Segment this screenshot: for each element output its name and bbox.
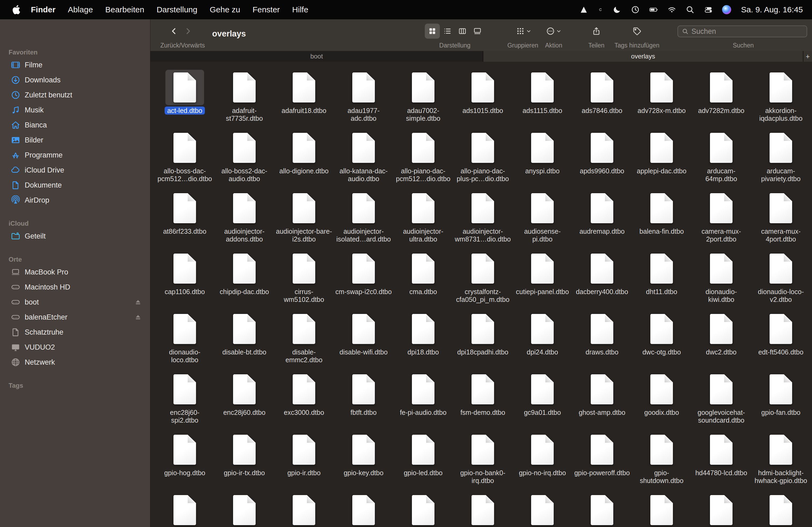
file-audioinjector-wm8731…dio.dtbo[interactable]: audioinjector-wm8731…dio.dtbo xyxy=(453,191,512,251)
file-partial[interactable] xyxy=(632,492,692,527)
menu-hilfe[interactable]: Hilfe xyxy=(286,5,315,14)
file-fsm-demo.dtbo[interactable]: fsm-demo.dtbo xyxy=(453,372,512,432)
file-ads7846.dtbo[interactable]: ads7846.dtbo xyxy=(572,70,632,130)
file-ads1115.dtbo[interactable]: ads1115.dtbo xyxy=(512,70,572,130)
view-gallery-button[interactable] xyxy=(470,24,485,39)
file-adafruit18.dtbo[interactable]: adafruit18.dtbo xyxy=(274,70,334,130)
file-adv7282m.dtbo[interactable]: adv7282m.dtbo xyxy=(692,70,751,130)
file-edt-ft5406.dtbo[interactable]: edt-ft5406.dtbo xyxy=(751,311,811,372)
sidebar-item-dokumente[interactable]: Dokumente xyxy=(0,178,150,193)
eject-icon[interactable] xyxy=(134,298,142,306)
apple-menu-icon[interactable] xyxy=(12,5,21,14)
file-goodix.dtbo[interactable]: goodix.dtbo xyxy=(632,372,692,432)
file-partial[interactable] xyxy=(751,492,811,527)
file-disable-emmc2.dtbo[interactable]: disable-emmc2.dtbo xyxy=(274,311,334,372)
file-adau1977-adc.dtbo[interactable]: adau1977-adc.dtbo xyxy=(334,70,393,130)
menu-darstellung[interactable]: Darstellung xyxy=(150,5,204,14)
file-at86rf233.dtbo[interactable]: at86rf233.dtbo xyxy=(155,191,215,251)
file-gpio-hog.dtbo[interactable]: gpio-hog.dtbo xyxy=(155,432,215,492)
file-dwc-otg.dtbo[interactable]: dwc-otg.dtbo xyxy=(632,311,692,372)
file-dpi24.dtbo[interactable]: dpi24.dtbo xyxy=(512,311,572,372)
time-machine-icon[interactable] xyxy=(631,5,640,14)
sidebar-item-icloud-drive[interactable]: iCloud Drive xyxy=(0,163,150,178)
menu-bearbeiten[interactable]: Bearbeiten xyxy=(99,5,150,14)
file-cma.dtbo[interactable]: cma.dtbo xyxy=(393,251,453,311)
file-balena-fin.dtbo[interactable]: balena-fin.dtbo xyxy=(632,191,692,251)
file-gpio-no-irq.dtbo[interactable]: gpio-no-irq.dtbo xyxy=(512,432,572,492)
sidebar-item-macbook-pro[interactable]: MacBook Pro xyxy=(0,265,150,280)
triangle-icon[interactable] xyxy=(579,5,588,14)
siri-icon[interactable] xyxy=(722,5,731,14)
file-cutiepi-panel.dtbo[interactable]: cutiepi-panel.dtbo xyxy=(512,251,572,311)
file-gpio-led.dtbo[interactable]: gpio-led.dtbo xyxy=(393,432,453,492)
search-input[interactable]: Suchen xyxy=(678,26,807,37)
file-allo-katana-dac-audio.dtbo[interactable]: allo-katana-dac-audio.dtbo xyxy=(334,130,393,191)
file-anyspi.dtbo[interactable]: anyspi.dtbo xyxy=(512,130,572,191)
file-ghost-amp.dtbo[interactable]: ghost-amp.dtbo xyxy=(572,372,632,432)
file-dionaudio-loco-v2.dtbo[interactable]: dionaudio-loco-v2.dtbo xyxy=(751,251,811,311)
file-partial[interactable] xyxy=(215,492,274,527)
file-adafruit-st7735r.dtbo[interactable]: adafruit-st7735r.dtbo xyxy=(215,70,274,130)
file-crystalfontz-cfa050_pi_m.dtbo[interactable]: crystalfontz-cfa050_pi_m.dtbo xyxy=(453,251,512,311)
file-arducam-64mp.dtbo[interactable]: arducam-64mp.dtbo xyxy=(692,130,751,191)
view-list-button[interactable] xyxy=(440,24,455,39)
file-partial[interactable] xyxy=(393,492,453,527)
file-fe-pi-audio.dtbo[interactable]: fe-pi-audio.dtbo xyxy=(393,372,453,432)
file-cirrus-wm5102.dtbo[interactable]: cirrus-wm5102.dtbo xyxy=(274,251,334,311)
menu-ablage[interactable]: Ablage xyxy=(62,5,99,14)
file-googlevoicehat-soundcard.dtbo[interactable]: googlevoicehat-soundcard.dtbo xyxy=(692,372,751,432)
sidebar-item-macintosh-hd[interactable]: Macintosh HD xyxy=(0,280,150,295)
share-button[interactable] xyxy=(592,24,601,39)
file-dpi18cpadhi.dtbo[interactable]: dpi18cpadhi.dtbo xyxy=(453,311,512,372)
sidebar-item-zuletzt-benutzt[interactable]: Zuletzt benutzt xyxy=(0,88,150,103)
sidebar-item-netzwerk[interactable]: Netzwerk xyxy=(0,355,150,370)
control-center-icon[interactable] xyxy=(704,5,713,14)
sync-icon[interactable] xyxy=(597,7,603,13)
sidebar-item-downloads[interactable]: Downloads xyxy=(0,73,150,88)
sidebar-item-geteilt[interactable]: Geteilt xyxy=(0,229,150,244)
file-dionaudio-loco.dtbo[interactable]: dionaudio-loco.dtbo xyxy=(155,311,215,372)
file-arducam-pivariety.dtbo[interactable]: arducam-pivariety.dtbo xyxy=(751,130,811,191)
view-columns-button[interactable] xyxy=(455,24,470,39)
file-gpio-ir-tx.dtbo[interactable]: gpio-ir-tx.dtbo xyxy=(215,432,274,492)
forward-button[interactable] xyxy=(181,24,195,39)
sidebar-item-vuduo2[interactable]: VUDUO2 xyxy=(0,340,150,355)
file-gpio-shutdown.dtbo[interactable]: gpio-shutdown.dtbo xyxy=(632,432,692,492)
tab-boot[interactable]: boot xyxy=(150,51,483,62)
sidebar-item-filme[interactable]: Filme xyxy=(0,57,150,73)
menu-bar-clock[interactable]: Sa. 9. Aug. 16:45 xyxy=(741,5,803,14)
file-allo-piano-dac-pcm512…dio.dtbo[interactable]: allo-piano-dac-pcm512…dio.dtbo xyxy=(393,130,453,191)
file-partial[interactable] xyxy=(572,492,632,527)
file-partial[interactable] xyxy=(512,492,572,527)
eject-icon[interactable] xyxy=(134,313,142,321)
file-gpio-key.dtbo[interactable]: gpio-key.dtbo xyxy=(334,432,393,492)
file-gpio-fan.dtbo[interactable]: gpio-fan.dtbo xyxy=(751,372,811,432)
sidebar-item-bianca[interactable]: Bianca xyxy=(0,118,150,133)
file-gc9a01.dtbo[interactable]: gc9a01.dtbo xyxy=(512,372,572,432)
file-partial[interactable] xyxy=(155,492,215,527)
add-tags-button[interactable] xyxy=(632,24,641,39)
moon-icon[interactable] xyxy=(612,5,622,14)
file-enc28j60-spi2.dtbo[interactable]: enc28j60-spi2.dtbo xyxy=(155,372,215,432)
file-dht11.dtbo[interactable]: dht11.dtbo xyxy=(632,251,692,311)
file-audioinjector-addons.dtbo[interactable]: audioinjector-addons.dtbo xyxy=(215,191,274,251)
file-partial[interactable] xyxy=(274,492,334,527)
sidebar-item-programme[interactable]: Programme xyxy=(0,148,150,163)
file-partial[interactable] xyxy=(334,492,393,527)
file-camera-mux-4port.dtbo[interactable]: camera-mux-4port.dtbo xyxy=(751,191,811,251)
new-tab-button[interactable]: + xyxy=(803,51,812,62)
file-applepi-dac.dtbo[interactable]: applepi-dac.dtbo xyxy=(632,130,692,191)
file-dpi18.dtbo[interactable]: dpi18.dtbo xyxy=(393,311,453,372)
file-adau7002-simple.dtbo[interactable]: adau7002-simple.dtbo xyxy=(393,70,453,130)
file-draws.dtbo[interactable]: draws.dtbo xyxy=(572,311,632,372)
file-audiosense-pi.dtbo[interactable]: audiosense-pi.dtbo xyxy=(512,191,572,251)
file-ads1015.dtbo[interactable]: ads1015.dtbo xyxy=(453,70,512,130)
menu-finder[interactable]: Finder xyxy=(25,5,62,14)
file-audremap.dtbo[interactable]: audremap.dtbo xyxy=(572,191,632,251)
action-button[interactable] xyxy=(546,24,562,39)
file-allo-boss-dac-pcm512…dio.dtbo[interactable]: allo-boss-dac-pcm512…dio.dtbo xyxy=(155,130,215,191)
file-allo-piano-dac-plus-pc…dio.dtbo[interactable]: allo-piano-dac-plus-pc…dio.dtbo xyxy=(453,130,512,191)
back-button[interactable] xyxy=(167,24,181,39)
file-apds9960.dtbo[interactable]: apds9960.dtbo xyxy=(572,130,632,191)
sidebar-item-boot[interactable]: boot xyxy=(0,295,150,310)
